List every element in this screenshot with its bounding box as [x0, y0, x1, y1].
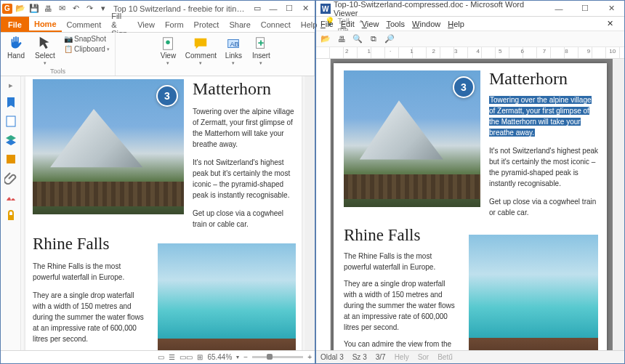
view-single-icon[interactable]: ▭	[158, 353, 164, 361]
rhine-p1: The Rhine Falls is the most powerful wat…	[344, 251, 460, 272]
links-button[interactable]: ABLinks▾	[221, 34, 246, 65]
stamp-icon[interactable]	[4, 153, 17, 166]
horizontal-ruler[interactable]: 21·123456789101112131415	[316, 47, 624, 59]
matterhorn-p2: It's not Switzerland's highest peak but …	[193, 157, 294, 201]
word-viewer-window: W Top-10-Switzerland-compressed.doc - Mi…	[315, 0, 625, 364]
rhine-p2: They are a single drop waterfall with a …	[33, 290, 149, 344]
print-icon[interactable]: 🖶	[335, 33, 348, 45]
number-badge-3: 3	[453, 76, 475, 98]
ribbon-options-icon[interactable]: ▭	[251, 3, 263, 15]
link-icon: AB	[225, 36, 241, 52]
qat-open-icon[interactable]: 📂	[15, 3, 26, 15]
minimize-button[interactable]: —	[546, 1, 572, 17]
app-logo-icon: G	[2, 4, 12, 14]
view-cont-icon[interactable]: ☰	[169, 353, 175, 361]
copy-icon[interactable]: ⧉	[367, 33, 380, 45]
status-section: Sz 3	[352, 353, 367, 361]
snapshot-button[interactable]: 📷SnapShot	[62, 34, 112, 44]
menu-view[interactable]: View	[362, 20, 379, 28]
clipboard-button[interactable]: 📋Clipboard▾	[62, 44, 112, 54]
bookmarks-icon[interactable]	[4, 96, 17, 109]
window-title: Top-10-Switzerland-compressed.doc - Micr…	[334, 0, 546, 17]
doc-close-button[interactable]: ✕	[607, 19, 620, 28]
attachment-icon[interactable]	[4, 171, 17, 185]
menu-bar: File Edit View Tools Window Help ✕	[316, 17, 624, 31]
qat-print-icon[interactable]: 🖶	[42, 3, 54, 15]
zoom-slider[interactable]	[252, 356, 303, 358]
matterhorn-title: Matterhorn	[193, 79, 294, 99]
qat-undo-icon[interactable]: ↶	[70, 3, 81, 15]
rhine-p2: They are a single drop waterfall with a …	[344, 278, 460, 333]
select-tool-button[interactable]: Select▾	[31, 34, 59, 65]
document-area[interactable]: 3 Matterhorn Towering over the alpine vi…	[21, 76, 305, 350]
comment-button[interactable]: Comment▾	[183, 34, 218, 65]
rhine-photo: 4	[469, 235, 598, 350]
vertical-scrollbar[interactable]	[305, 76, 315, 350]
ribbon-group-actions: View▾ Comment▾ ABLinks▾ Insert▾	[116, 33, 315, 76]
comment-icon	[193, 36, 209, 52]
document-area[interactable]: 3 Matterhorn Towering over the alpine vi…	[331, 59, 613, 350]
hand-tool-button[interactable]: Hand	[4, 34, 28, 60]
number-badge-4: 4	[570, 339, 592, 350]
security-icon[interactable]	[4, 209, 17, 222]
status-sor: Sor	[418, 353, 430, 361]
view-button[interactable]: View▾	[156, 34, 180, 65]
tab-fill-sign[interactable]: Fill & Sign	[106, 17, 132, 32]
view-facing-icon[interactable]: ▭▭	[180, 353, 193, 361]
titlebar: W Top-10-Switzerland-compressed.doc - Mi…	[316, 1, 624, 17]
status-betu: Betű	[438, 353, 453, 361]
open-icon[interactable]: 📂	[319, 33, 332, 45]
menu-help[interactable]: Help	[448, 20, 464, 28]
maximize-button[interactable]: ☐	[281, 2, 297, 15]
ribbon-group-tools: Hand Select▾ 📷SnapShot 📋Clipboard▾ Tools	[1, 33, 116, 76]
zoom-value: 65.44%	[207, 353, 232, 361]
rhine-title: Rhine Falls	[33, 235, 149, 254]
close-button[interactable]: ✕	[598, 1, 624, 17]
qat-menu-icon[interactable]: ▾	[97, 3, 109, 15]
layers-icon[interactable]	[4, 134, 17, 147]
insert-button[interactable]: Insert▾	[249, 34, 273, 65]
vertical-scrollbar[interactable]	[613, 59, 624, 350]
snapshot-clipboard-stack: 📷SnapShot 📋Clipboard▾	[62, 34, 112, 54]
tab-form[interactable]: Form	[160, 17, 189, 32]
pages-icon[interactable]	[4, 115, 17, 128]
menu-tools[interactable]: Tools	[386, 20, 405, 28]
status-bar: ▭ ☰ ▭▭ ⊞ 65.44% ▾ − +	[1, 350, 315, 363]
hand-icon	[8, 36, 24, 52]
status-bar: Oldal 3 Sz 3 3/7 Hely Sor Betű	[316, 350, 624, 363]
zoom-icon[interactable]: 🔎	[383, 33, 396, 45]
maximize-button[interactable]: ☐	[572, 1, 598, 17]
qat-redo-icon[interactable]: ↷	[84, 3, 95, 15]
ribbon: Hand Select▾ 📷SnapShot 📋Clipboard▾ Tools…	[1, 33, 315, 76]
signature-icon[interactable]	[4, 190, 17, 203]
tab-share[interactable]: Share	[224, 17, 255, 32]
tab-comment[interactable]: Comment	[62, 17, 107, 32]
menu-window[interactable]: Window	[412, 20, 440, 28]
vertical-ruler[interactable]	[316, 59, 331, 350]
find-icon[interactable]: 🔍	[351, 33, 364, 45]
matterhorn-p2: It's not Switzerland's highest peak but …	[489, 145, 598, 189]
zoom-in-button[interactable]: +	[307, 353, 312, 361]
view-cont-facing-icon[interactable]: ⊞	[197, 353, 203, 361]
zoom-dropdown-icon[interactable]: ▾	[236, 354, 239, 360]
tab-connect[interactable]: Connect	[256, 17, 296, 32]
matterhorn-p1-highlighted: Towering over the alpine village of Zerm…	[489, 94, 598, 138]
qat-save-icon[interactable]: 💾	[28, 3, 40, 15]
close-button[interactable]: ✕	[297, 2, 313, 15]
tab-view[interactable]: View	[132, 17, 160, 32]
svg-rect-6	[7, 155, 15, 163]
expand-icon[interactable]: ▸	[9, 81, 13, 90]
page: 3 Matterhorn Towering over the alpine vi…	[25, 76, 302, 350]
matterhorn-photo: 3	[33, 79, 184, 214]
menu-edit[interactable]: Edit	[341, 20, 355, 28]
tab-home[interactable]: Home	[29, 17, 62, 32]
menu-file[interactable]: File	[320, 20, 334, 28]
group-label-tools: Tools	[50, 68, 65, 76]
tab-protect[interactable]: Protect	[189, 17, 225, 32]
ribbon-tabs: File Home Comment Fill & Sign View Form …	[1, 17, 315, 33]
svg-rect-5	[7, 116, 15, 126]
zoom-out-button[interactable]: −	[243, 353, 248, 361]
minimize-button[interactable]: —	[265, 2, 281, 15]
qat-mail-icon[interactable]: ✉	[56, 3, 68, 15]
tab-file[interactable]: File	[1, 17, 29, 32]
